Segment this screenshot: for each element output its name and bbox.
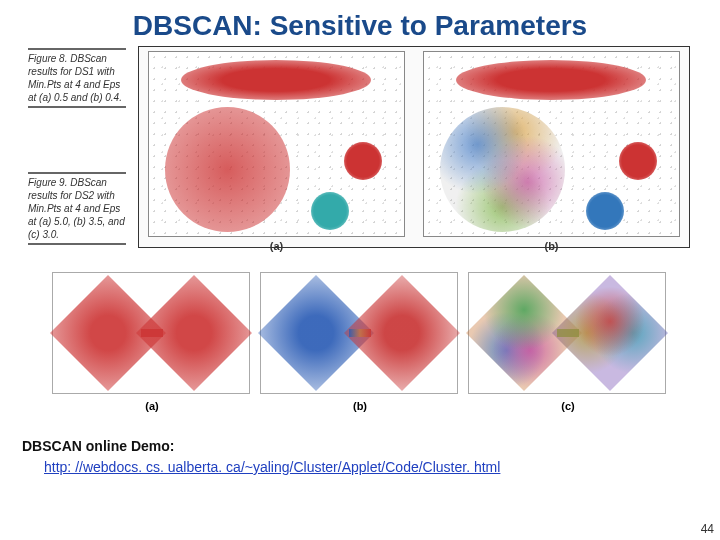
- cluster-small-2: [586, 192, 624, 230]
- cluster-ellipse: [456, 60, 646, 100]
- cluster-big-circle: [165, 107, 290, 232]
- demo-label: DBSCAN online Demo:: [22, 438, 720, 454]
- figure9-panel-b: (b): [260, 272, 460, 412]
- figure-area: Figure 8. DBScan results for DS1 with Mi…: [28, 46, 692, 412]
- page-number: 44: [701, 522, 714, 536]
- figure9-caption: Figure 9. DBScan results for DS2 with Mi…: [28, 172, 126, 245]
- figure8-caption: Figure 8. DBScan results for DS1 with Mi…: [28, 48, 126, 108]
- demo-link[interactable]: http: //webdocs. cs. ualberta. ca/~yalin…: [44, 459, 500, 475]
- figure8-panel-b: (b): [423, 51, 680, 237]
- panel-label-a: (a): [145, 400, 158, 412]
- panel-box: [52, 272, 250, 394]
- diamond-bridge: [557, 329, 579, 337]
- figure9-caption-wrap: Figure 9. DBScan results for DS2 with Mi…: [28, 172, 126, 245]
- cluster-small-2: [311, 192, 349, 230]
- figure9-panel-a: (a): [52, 272, 252, 412]
- cluster-ellipse: [181, 60, 371, 100]
- panel-label-b: (b): [544, 240, 558, 252]
- cluster-big-circle-split: [440, 107, 565, 232]
- panel-box: [468, 272, 666, 394]
- diamond-bridge: [349, 329, 371, 337]
- diamond-bridge: [141, 329, 163, 337]
- cluster-small-1: [344, 142, 382, 180]
- figure8-panel-a: (a): [148, 51, 405, 237]
- panel-label-b: (b): [353, 400, 367, 412]
- figure9-row: (a) (b) (c): [48, 272, 672, 412]
- figure8-row: Figure 8. DBScan results for DS1 with Mi…: [28, 46, 692, 248]
- figure9-panel-c: (c): [468, 272, 668, 412]
- panel-label-a: (a): [270, 240, 283, 252]
- figure8-box: (a) (b): [138, 46, 690, 248]
- cluster-small-1: [619, 142, 657, 180]
- panel-box: [260, 272, 458, 394]
- panel-label-c: (c): [561, 400, 574, 412]
- slide-title: DBSCAN: Sensitive to Parameters: [0, 0, 720, 46]
